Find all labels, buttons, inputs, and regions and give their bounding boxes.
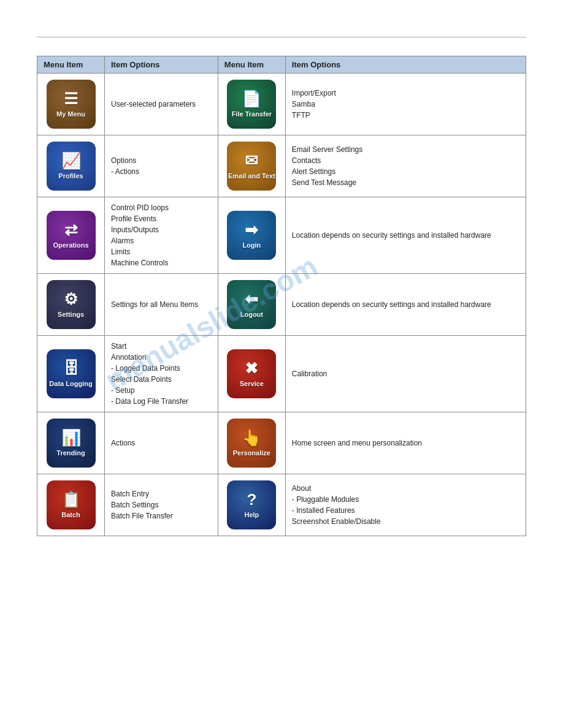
- icon-symbol: ✉: [245, 153, 258, 169]
- right-options-cell-6: About- Pluggable Modules- Installed Feat…: [285, 474, 526, 536]
- right-options-cell-3: Location depends on security settings an…: [285, 274, 526, 336]
- icon-symbol: ➡: [245, 222, 258, 238]
- icon-btn-logout[interactable]: ⬅Logout: [227, 280, 276, 329]
- icon-btn-help[interactable]: ?Help: [227, 480, 276, 529]
- icon-label: Service: [240, 380, 264, 387]
- right-options-cell-4: Calibration: [285, 336, 526, 412]
- left-options-cell-1: Options- Actions: [105, 135, 218, 197]
- icon-symbol: ☰: [64, 91, 78, 107]
- icon-label: Login: [242, 241, 261, 249]
- left-icon-cell-4[interactable]: 🗄Data Logging: [37, 336, 105, 412]
- icon-btn-operations[interactable]: ⇄Operations: [47, 211, 96, 260]
- table-row: ☰My MenuUser-selected parameters📄File Tr…: [37, 74, 526, 135]
- icon-btn-login[interactable]: ➡Login: [227, 211, 276, 260]
- left-options-cell-2: Control PID loopsProfile EventsInputs/Ou…: [105, 197, 218, 274]
- icon-btn-service[interactable]: ✖Service: [227, 349, 276, 398]
- icon-label: Operations: [53, 241, 88, 249]
- icon-symbol: 🗄: [63, 360, 79, 376]
- icon-btn-batch[interactable]: 📋Batch: [47, 480, 96, 529]
- icon-label: File Transfer: [232, 110, 272, 118]
- left-options-cell-6: Batch EntryBatch SettingsBatch File Tran…: [105, 474, 218, 536]
- icon-label: My Menu: [56, 110, 85, 118]
- right-icon-cell-1[interactable]: ✉Email and Text: [218, 135, 285, 197]
- col-header-menu1: Menu Item: [37, 56, 105, 74]
- icon-btn-data-logging[interactable]: 🗄Data Logging: [47, 349, 96, 398]
- icon-symbol: ?: [247, 491, 256, 507]
- left-icon-cell-0[interactable]: ☰My Menu: [37, 74, 105, 135]
- icon-btn-file-transfer[interactable]: 📄File Transfer: [227, 80, 276, 129]
- right-icon-cell-6[interactable]: ?Help: [218, 474, 285, 536]
- icon-label: Batch: [61, 511, 80, 518]
- right-icon-cell-5[interactable]: 👆Personalize: [218, 412, 285, 474]
- table-row: 📊TrendingActions👆PersonalizeHome screen …: [37, 412, 526, 474]
- right-options-cell-5: Home screen and menu personalization: [285, 412, 526, 474]
- icon-symbol: ⚙: [64, 291, 78, 307]
- left-options-cell-5: Actions: [105, 412, 218, 474]
- right-options-cell-0: Import/ExportSambaTFTP: [285, 74, 526, 135]
- left-options-cell-0: User-selected parameters: [105, 74, 218, 135]
- icon-symbol: 📊: [61, 430, 81, 446]
- icon-symbol: ✖: [245, 360, 258, 376]
- right-options-cell-2: Location depends on security settings an…: [285, 197, 526, 274]
- table-row: 📋BatchBatch EntryBatch SettingsBatch Fil…: [37, 474, 526, 536]
- icon-btn-trending[interactable]: 📊Trending: [47, 419, 96, 468]
- icon-label: Data Logging: [49, 380, 92, 387]
- right-icon-cell-3[interactable]: ⬅Logout: [218, 274, 285, 336]
- icon-symbol: 📋: [61, 491, 81, 507]
- icon-btn-settings[interactable]: ⚙Settings: [47, 280, 96, 329]
- icon-label: Trending: [56, 449, 85, 457]
- table-row: ⇄OperationsControl PID loopsProfile Even…: [37, 197, 526, 274]
- left-icon-cell-5[interactable]: 📊Trending: [37, 412, 105, 474]
- icon-label: Email and Text: [228, 172, 275, 180]
- icon-label: Settings: [58, 311, 84, 318]
- col-header-menu2: Menu Item: [218, 56, 285, 74]
- table-row: 📈ProfilesOptions- Actions✉Email and Text…: [37, 135, 526, 197]
- left-icon-cell-3[interactable]: ⚙Settings: [37, 274, 105, 336]
- icon-label: Logout: [240, 311, 263, 318]
- icon-btn-email-and-text[interactable]: ✉Email and Text: [227, 142, 276, 191]
- left-options-cell-4: StartAnnotation- Logged Data PointsSelec…: [105, 336, 218, 412]
- col-header-options2: Item Options: [285, 56, 526, 74]
- menu-table: Menu Item Item Options Menu Item Item Op…: [37, 56, 526, 536]
- icon-label: Profiles: [58, 172, 83, 180]
- right-icon-cell-4[interactable]: ✖Service: [218, 336, 285, 412]
- right-icon-cell-0[interactable]: 📄File Transfer: [218, 74, 285, 135]
- icon-symbol: 📈: [61, 153, 81, 169]
- col-header-options1: Item Options: [105, 56, 218, 74]
- icon-btn-my-menu[interactable]: ☰My Menu: [47, 80, 96, 129]
- icon-symbol: ⬅: [245, 291, 258, 307]
- table-row: ⚙SettingsSettings for all Menu Items⬅Log…: [37, 274, 526, 336]
- left-icon-cell-2[interactable]: ⇄Operations: [37, 197, 105, 274]
- left-icon-cell-6[interactable]: 📋Batch: [37, 474, 105, 536]
- icon-label: Personalize: [233, 449, 270, 457]
- icon-btn-profiles[interactable]: 📈Profiles: [47, 142, 96, 191]
- icon-symbol: 📄: [242, 91, 261, 107]
- icon-symbol: ⇄: [64, 222, 78, 238]
- left-options-cell-3: Settings for all Menu Items: [105, 274, 218, 336]
- top-divider: [37, 37, 526, 37]
- right-options-cell-1: Email Server SettingsContactsAlert Setti…: [285, 135, 526, 197]
- table-row: 🗄Data LoggingStartAnnotation- Logged Dat…: [37, 336, 526, 412]
- icon-label: Help: [244, 511, 259, 518]
- left-icon-cell-1[interactable]: 📈Profiles: [37, 135, 105, 197]
- page-container: Menu Item Item Options Menu Item Item Op…: [0, 0, 563, 561]
- icon-btn-personalize[interactable]: 👆Personalize: [227, 419, 276, 468]
- right-icon-cell-2[interactable]: ➡Login: [218, 197, 285, 274]
- icon-symbol: 👆: [242, 430, 261, 446]
